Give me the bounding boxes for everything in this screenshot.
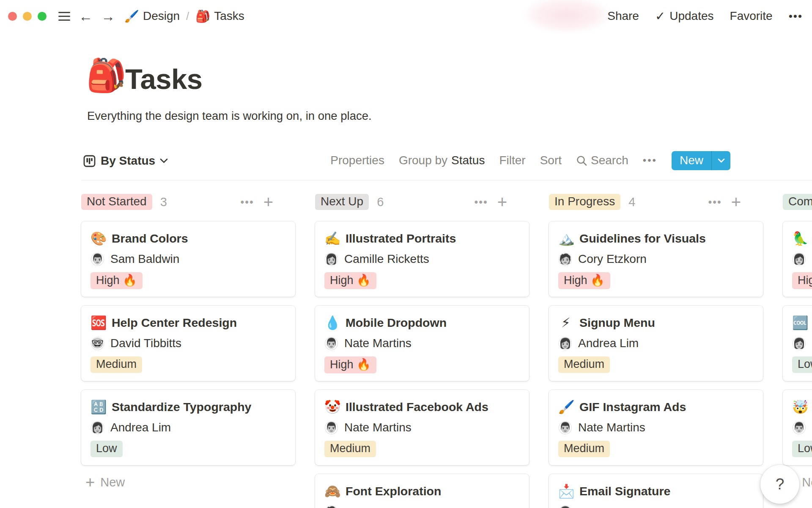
new-button-label[interactable]: New [672, 151, 711, 170]
forward-arrow-icon[interactable]: → [101, 9, 115, 23]
task-title-row: 💧Mobile Dropdown [324, 315, 520, 331]
sort-button[interactable]: Sort [540, 154, 562, 167]
task-emoji-icon: ✍️ [324, 231, 340, 246]
favorite-button[interactable]: Favorite [730, 9, 773, 23]
task-title: Font Exploration [346, 484, 441, 498]
assignee-avatar: 🧑 [325, 506, 337, 508]
column-header-icons: •••+ [474, 195, 507, 209]
share-button[interactable]: Share [607, 9, 639, 23]
priority-badge: Low [792, 356, 812, 373]
task-card[interactable]: 🆘Help Center Redesign🤓David TibbittsMedi… [81, 306, 295, 381]
filter-button[interactable]: Filter [499, 154, 525, 167]
assignee-avatar: 👨 [325, 422, 337, 434]
column-more-icon[interactable]: ••• [474, 196, 488, 208]
task-card[interactable]: 📩Email Signature👩 [549, 474, 763, 508]
column-add-icon[interactable]: + [731, 195, 741, 209]
assignee-name: Andrea Lim [110, 421, 171, 434]
back-arrow-icon[interactable]: ← [79, 9, 93, 23]
task-card[interactable]: 🔠Standardize Typography👩Andrea LimLow [81, 390, 295, 465]
plus-icon: + [85, 476, 95, 489]
task-title: Guidelines for Visuals [579, 232, 706, 246]
priority-badge: High 🔥 [324, 356, 376, 373]
more-options-icon[interactable]: ••• [789, 10, 803, 23]
updates-button[interactable]: Updates [669, 9, 713, 23]
column-add-icon[interactable]: + [263, 195, 273, 209]
task-card[interactable]: 🤡Illustrated Facebook Ads👨Nate MartinsMe… [315, 390, 529, 465]
task-emoji-icon: 🎨 [91, 231, 106, 246]
column-status-badge[interactable]: Next Up [315, 194, 369, 210]
toolbar-more-icon[interactable]: ••• [643, 155, 657, 166]
task-emoji-icon: 🤡 [324, 399, 340, 415]
board-toolbar: Properties Group by Status Filter Sort S… [330, 149, 730, 171]
column-status-badge[interactable]: In Progress [549, 194, 620, 210]
search-label: Search [591, 154, 628, 167]
page-title: Tasks [125, 63, 203, 95]
new-button[interactable]: New [672, 151, 730, 170]
task-card[interactable]: 🆒E👩ALow [783, 306, 812, 381]
task-emoji-icon: 🖌️ [558, 399, 573, 415]
window-topbar: ← → 🖌️ Design / 🎒 Tasks Share ✓ Updates … [0, 0, 812, 32]
task-emoji-icon: 🆘 [91, 315, 106, 331]
column-more-icon[interactable]: ••• [240, 196, 254, 208]
zoom-window-button[interactable] [38, 12, 47, 21]
task-card[interactable]: 🎨Brand Colors👨Sam BaldwinHigh 🔥 [81, 221, 295, 297]
column-header: In Progress4•••+ [549, 194, 763, 210]
chevron-down-icon [160, 158, 168, 163]
task-card[interactable]: 🖌️GIF Instagram Ads👨Nate MartinsMedium [549, 390, 763, 465]
assignee-avatar: 👩 [793, 253, 805, 265]
column-status-badge[interactable]: Complete [783, 194, 812, 210]
sidebar-toggle-icon[interactable] [58, 12, 70, 21]
task-title: Signup Menu [579, 316, 655, 330]
task-title: Mobile Dropdown [346, 316, 447, 330]
task-card[interactable]: 💧Mobile Dropdown👨Nate MartinsHigh 🔥 [315, 306, 529, 381]
task-card[interactable]: 🤯H👨NLow [783, 390, 812, 465]
assignee-name: Cory Etzkorn [578, 252, 647, 266]
minimize-window-button[interactable] [23, 12, 32, 21]
properties-button[interactable]: Properties [330, 154, 384, 167]
task-emoji-icon: 💧 [324, 315, 340, 331]
close-window-button[interactable] [8, 12, 17, 21]
assignee-avatar: 👨 [91, 253, 104, 265]
task-assignee-row: 👩A [792, 337, 812, 350]
toolbar-divider [81, 180, 812, 180]
task-title-row: 🆘Help Center Redesign [91, 315, 286, 331]
column-more-icon[interactable]: ••• [708, 196, 721, 208]
task-card[interactable]: 🦜U👩CHigh 🔥 [783, 221, 812, 297]
breadcrumb-item-tasks[interactable]: 🎒 Tasks [195, 9, 244, 23]
column-header-icons: •••+ [708, 195, 741, 209]
task-card[interactable]: ✍️Illustrated Portraits👩Camille Ricketts… [315, 221, 529, 297]
assignee-avatar: 👩 [793, 337, 805, 350]
priority-badge: Medium [558, 356, 610, 373]
view-selector[interactable]: By Status [83, 150, 168, 171]
group-by-value: Status [451, 154, 485, 167]
new-dropdown-button[interactable] [712, 151, 730, 170]
highlight-artifact [524, 0, 610, 33]
chevron-down-icon [718, 158, 725, 163]
task-emoji-icon: 🔠 [91, 399, 106, 415]
task-assignee-row: 👩Andrea Lim [558, 337, 754, 350]
column-status-badge[interactable]: Not Started [81, 194, 152, 210]
task-card[interactable]: 🙈Font Exploration🧑 [315, 474, 529, 508]
view-name: By Status [101, 154, 155, 168]
task-title: Brand Colors [112, 232, 188, 246]
task-assignee-row: 👨Sam Baldwin [91, 252, 286, 266]
assignee-name: Camille Ricketts [344, 252, 429, 266]
breadcrumb-item-design[interactable]: 🖌️ Design [124, 9, 180, 23]
task-card[interactable]: ⚡Signup Menu👩Andrea LimMedium [549, 306, 763, 381]
page-icon-backpack[interactable]: 🎒 [86, 56, 126, 94]
assignee-name: David Tibbitts [110, 337, 181, 350]
add-card-button[interactable]: +New [81, 475, 295, 489]
group-by-button[interactable]: Group by Status [399, 154, 485, 167]
assignee-avatar: 👩 [559, 337, 571, 350]
task-assignee-row: 👩C [792, 252, 812, 266]
notion-window: ← → 🖌️ Design / 🎒 Tasks Share ✓ Updates … [0, 0, 812, 508]
column-add-icon[interactable]: + [497, 195, 507, 209]
page-description: Everything the design team is working on… [87, 109, 372, 123]
search-button[interactable]: Search [576, 154, 628, 167]
task-title-row: 🆒E [792, 315, 812, 331]
task-title-row: ⚡Signup Menu [558, 315, 754, 331]
group-by-label: Group by [399, 154, 447, 167]
help-button[interactable]: ? [760, 465, 799, 504]
task-title: Email Signature [579, 484, 670, 498]
task-card[interactable]: 🏔️Guidelines for Visuals🧑Cory EtzkornHig… [549, 221, 763, 297]
